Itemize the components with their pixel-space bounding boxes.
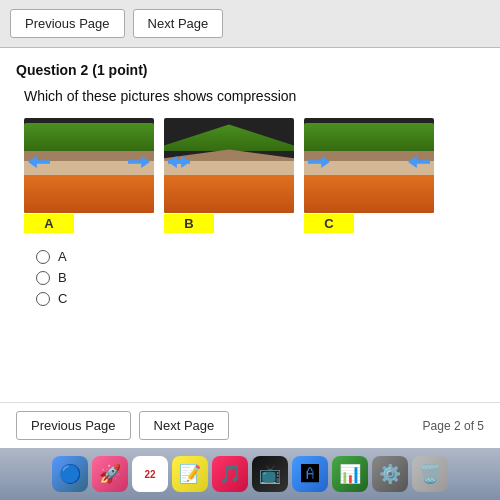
dock-calendar[interactable]: 22 (132, 456, 168, 492)
radio-a[interactable] (36, 250, 50, 264)
layer-green-b (164, 123, 294, 151)
layer-green-c (304, 123, 434, 151)
prev-page-button-top[interactable]: Previous Page (10, 9, 125, 38)
radio-c[interactable] (36, 292, 50, 306)
image-item-a[interactable]: A (24, 118, 154, 233)
image-item-b[interactable]: B (164, 118, 294, 233)
dock-tv[interactable]: 📺 (252, 456, 288, 492)
option-label-c: C (58, 291, 67, 306)
images-row: A B C (24, 118, 484, 233)
option-row-c[interactable]: C (36, 291, 484, 306)
dock-settings[interactable]: ⚙️ (372, 456, 408, 492)
bottom-nav-left: Previous Page Next Page (16, 411, 229, 440)
main-content: Question 2 (1 point) Which of these pict… (0, 48, 500, 402)
image-label-c: C (304, 214, 354, 233)
bottom-nav: Previous Page Next Page Page 2 of 5 (0, 402, 500, 448)
layer-orange-a (24, 175, 154, 213)
layer-orange-c (304, 175, 434, 213)
geology-image-c (304, 118, 434, 213)
dock-trash[interactable]: 🗑️ (412, 456, 448, 492)
question-text: Which of these pictures shows compressio… (24, 88, 484, 104)
dock-chart[interactable]: 📊 (332, 456, 368, 492)
dock-appstore[interactable]: 🅰 (292, 456, 328, 492)
question-points: (1 point) (92, 62, 147, 78)
image-label-b: B (164, 214, 214, 233)
option-label-a: A (58, 249, 67, 264)
image-label-a: A (24, 214, 74, 233)
next-page-button-bottom[interactable]: Next Page (139, 411, 230, 440)
question-number: Question 2 (16, 62, 88, 78)
page-indicator: Page 2 of 5 (423, 419, 484, 433)
option-row-b[interactable]: B (36, 270, 484, 285)
radio-b[interactable] (36, 271, 50, 285)
image-item-c[interactable]: C (304, 118, 434, 233)
option-row-a[interactable]: A (36, 249, 484, 264)
question-header: Question 2 (1 point) (16, 62, 484, 78)
layer-green-a (24, 123, 154, 151)
layer-orange-b (164, 175, 294, 213)
option-label-b: B (58, 270, 67, 285)
layer-darktan-a (24, 151, 154, 161)
top-toolbar: Previous Page Next Page (0, 0, 500, 48)
dock-music[interactable]: 🎵 (212, 456, 248, 492)
dock-launchpad[interactable]: 🚀 (92, 456, 128, 492)
dock-notes[interactable]: 📝 (172, 456, 208, 492)
geology-image-a (24, 118, 154, 213)
mac-dock: 🔵 🚀 22 📝 🎵 📺 🅰 📊 ⚙️ 🗑️ (0, 448, 500, 500)
next-page-button-top[interactable]: Next Page (133, 9, 224, 38)
geology-image-b (164, 118, 294, 213)
prev-page-button-bottom[interactable]: Previous Page (16, 411, 131, 440)
dock-finder[interactable]: 🔵 (52, 456, 88, 492)
options-section: A B C (36, 249, 484, 306)
